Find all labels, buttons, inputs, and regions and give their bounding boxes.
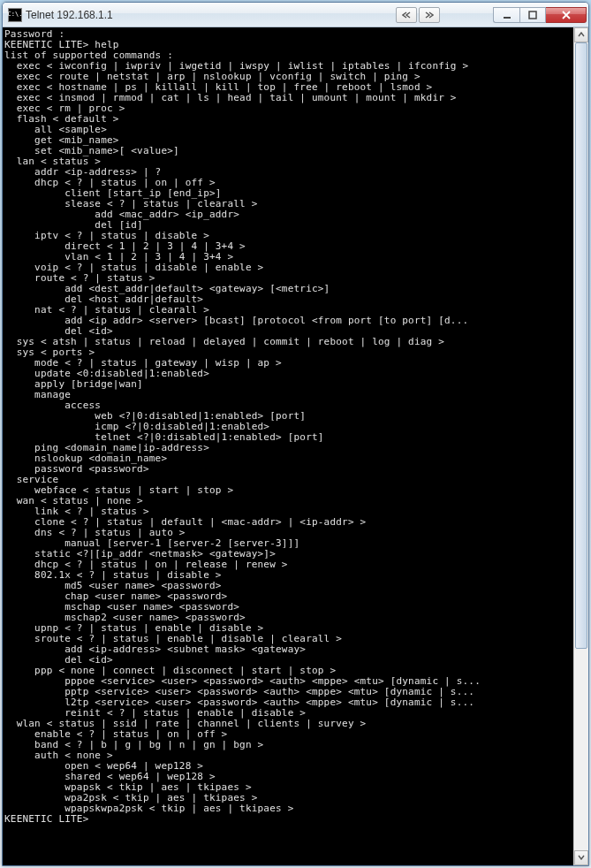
scroll-right-button[interactable] [419,7,440,23]
arrow-right-icon [425,11,434,19]
terminal-area: Password : KEENETIC LITE> help list of s… [3,27,588,865]
scroll-track[interactable] [574,42,588,850]
cmd-icon: C:\. [8,8,22,22]
chevron-down-icon [578,854,585,862]
window-buttons [493,7,587,23]
minimize-icon [503,11,511,19]
scroll-down-button[interactable] [574,850,588,865]
arrow-left-icon [402,11,411,19]
window-title: Telnet 192.168.1.1 [26,9,396,21]
vertical-scrollbar[interactable] [573,27,588,865]
telnet-window: C:\. Telnet 192.168.1.1 [2,2,589,866]
terminal-output[interactable]: Password : KEENETIC LITE> help list of s… [3,27,573,865]
scroll-left-button[interactable] [396,7,417,23]
maximize-icon [528,11,537,19]
maximize-button[interactable] [519,7,546,23]
close-icon [561,11,572,19]
minimize-button[interactable] [493,7,519,23]
svg-rect-0 [504,17,511,19]
chevron-up-icon [578,31,585,39]
close-button[interactable] [546,7,587,23]
titlebar[interactable]: C:\. Telnet 192.168.1.1 [3,3,588,27]
titlebar-scroll-buttons [396,7,440,23]
scroll-thumb[interactable] [575,42,587,649]
svg-rect-1 [529,11,536,19]
scroll-up-button[interactable] [574,27,588,42]
